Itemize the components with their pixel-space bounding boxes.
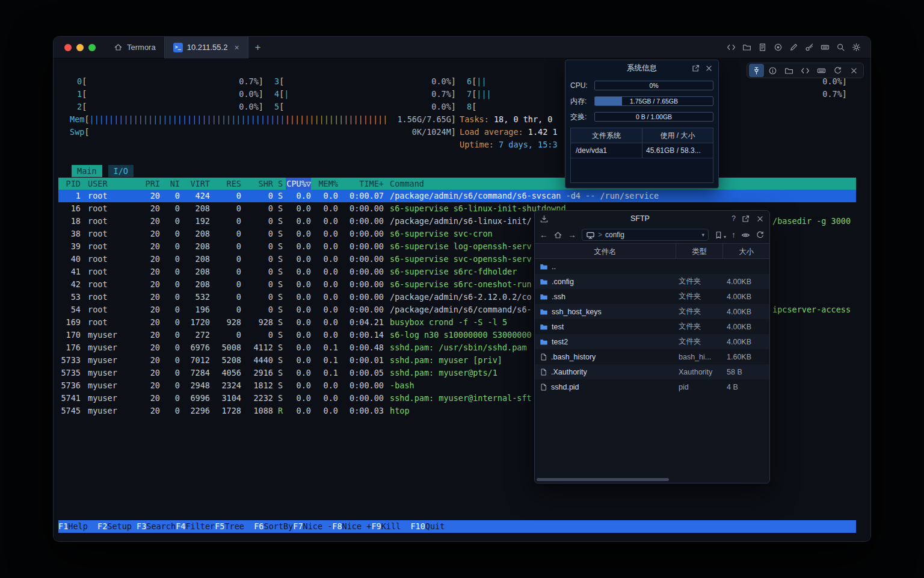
cell-user: myuser: [88, 392, 130, 405]
close-icon[interactable]: ×: [234, 43, 239, 52]
folder-icon: [540, 278, 548, 286]
cell-pid: 16: [58, 202, 81, 215]
fkey-label[interactable]: Setup: [107, 520, 137, 533]
column-virt[interactable]: VIRT: [182, 178, 210, 190]
tab-session-10-211-55-2[interactable]: >_ 10.211.55.2 ×: [164, 37, 248, 58]
search-icon[interactable]: [836, 43, 845, 52]
column-mem[interactable]: MEM%: [313, 178, 338, 190]
open-in-window-icon[interactable]: [741, 214, 750, 223]
refresh-icon[interactable]: [756, 231, 765, 240]
cell-res: 5208: [212, 354, 241, 367]
fkey-f6[interactable]: F6: [254, 520, 263, 533]
file-row-ssh_host_keys[interactable]: ssh_host_keys文件夹4.00KB: [535, 304, 769, 319]
fkey-label[interactable]: Nice +: [342, 520, 372, 533]
fkey-label[interactable]: SortBy: [264, 520, 294, 533]
fkey-f4[interactable]: F4: [176, 520, 185, 533]
column-pid[interactable]: PID: [58, 178, 81, 190]
fkey-f9[interactable]: F9: [371, 520, 381, 533]
fkey-f1[interactable]: F1: [58, 520, 68, 533]
folder-icon[interactable]: [742, 43, 751, 52]
cell-cpu: 0.0: [286, 379, 311, 392]
cell-time: 0:00.00: [340, 240, 384, 253]
fkey-label[interactable]: Search: [146, 520, 176, 533]
back-icon[interactable]: ←: [540, 230, 548, 240]
column-type[interactable]: 类型: [676, 244, 723, 258]
file-row-.bash_history[interactable]: .bash_historybash_hi...1.60KB: [535, 349, 769, 364]
tab-termora[interactable]: Termora: [105, 37, 164, 58]
cell-time: 0:00.00: [340, 202, 384, 215]
process-row-1[interactable]: 1root20042400S0.00.00:00.07/package/admi…: [58, 190, 856, 202]
home-icon[interactable]: [553, 231, 562, 240]
column-s[interactable]: S: [278, 178, 286, 190]
column-time[interactable]: TIME+: [340, 178, 384, 190]
close-window-button[interactable]: [64, 44, 72, 51]
minimize-window-button[interactable]: [76, 44, 84, 51]
show-hidden-icon[interactable]: [741, 231, 750, 240]
fkey-label[interactable]: Filter: [185, 520, 215, 533]
file-row-test[interactable]: test文件夹4.00KB: [535, 319, 769, 334]
chevron-down-icon[interactable]: ▾: [701, 232, 704, 238]
new-tab-button[interactable]: +: [248, 42, 268, 54]
file-row-.Xauthority[interactable]: .XauthorityXauthority58 B: [535, 364, 769, 379]
help-icon[interactable]: ?: [732, 214, 736, 223]
cell-pid: 5733: [58, 354, 81, 367]
close-icon[interactable]: [756, 214, 765, 223]
fkey-f3[interactable]: F3: [137, 520, 146, 533]
fkey-label[interactable]: Help: [68, 520, 97, 533]
file-row-..[interactable]: ..: [535, 259, 769, 274]
htop-tab-main[interactable]: Main: [72, 165, 102, 177]
settings-icon[interactable]: [852, 43, 861, 52]
htop-tab-i-o[interactable]: I/O: [108, 165, 134, 177]
code-icon[interactable]: [798, 64, 813, 77]
cell-ni: 0: [163, 367, 180, 379]
command-fragment: /basedir -g 3000: [772, 215, 851, 228]
download-icon[interactable]: [540, 214, 555, 223]
file-row-.config[interactable]: .config文件夹4.00KB: [535, 274, 769, 289]
bookmark-icon[interactable]: ▾: [714, 231, 726, 240]
edit-icon[interactable]: [789, 43, 798, 52]
file-row-.ssh[interactable]: .ssh文件夹4.00KB: [535, 289, 769, 304]
column-shr[interactable]: SHR: [244, 178, 273, 190]
folder-icon[interactable]: [781, 64, 796, 77]
file-row-test2[interactable]: test2文件夹4.00KB: [535, 334, 769, 349]
cell-virt: 6996: [182, 392, 210, 405]
upload-icon[interactable]: ↑: [732, 230, 736, 240]
keyboard-icon[interactable]: [814, 64, 829, 77]
file-row-sshd.pid[interactable]: sshd.pidpid4 B: [535, 379, 769, 394]
code-icon[interactable]: [727, 43, 736, 52]
info-icon[interactable]: [765, 64, 780, 77]
column-pri[interactable]: PRI: [137, 178, 160, 190]
record-icon[interactable]: [774, 43, 783, 52]
fkey-label[interactable]: Tree: [224, 520, 254, 533]
keyboard-icon[interactable]: [821, 43, 830, 52]
path-breadcrumb[interactable]: > config ▾: [582, 229, 709, 241]
column-size[interactable]: 大小: [723, 244, 769, 258]
cell-shr: 0: [244, 240, 273, 253]
column-cpu[interactable]: CPU%▽: [286, 178, 311, 190]
forward-icon[interactable]: →: [568, 230, 576, 240]
fkey-f5[interactable]: F5: [215, 520, 224, 533]
fkey-f8[interactable]: F8: [332, 520, 342, 533]
fkey-label[interactable]: Kill: [381, 520, 411, 533]
key-icon[interactable]: [805, 43, 814, 52]
cell-cpu: 0.0: [286, 329, 311, 341]
fkey-label[interactable]: Nice -: [303, 520, 333, 533]
log-icon[interactable]: [758, 43, 767, 52]
fkey-f10[interactable]: F10: [410, 520, 425, 533]
file-table-header[interactable]: 文件名 类型 大小: [535, 243, 769, 259]
column-filename[interactable]: 文件名: [535, 244, 676, 258]
column-res[interactable]: RES: [212, 178, 241, 190]
pin-icon[interactable]: [749, 64, 764, 77]
fkey-f2[interactable]: F2: [97, 520, 107, 533]
open-in-window-icon[interactable]: [691, 64, 700, 73]
close-icon[interactable]: [846, 64, 861, 77]
horizontal-scrollbar[interactable]: [537, 478, 669, 481]
fkey-f7[interactable]: F7: [293, 520, 303, 533]
filesystem-row[interactable]: /dev/vda1 45.61GB / 58.3...: [571, 143, 713, 158]
zoom-window-button[interactable]: [88, 44, 96, 51]
refresh-icon[interactable]: [830, 64, 845, 77]
close-icon[interactable]: [704, 64, 713, 73]
column-user[interactable]: USER: [88, 178, 130, 190]
column-ni[interactable]: NI: [163, 178, 180, 190]
fkey-label[interactable]: Quit: [425, 520, 455, 533]
